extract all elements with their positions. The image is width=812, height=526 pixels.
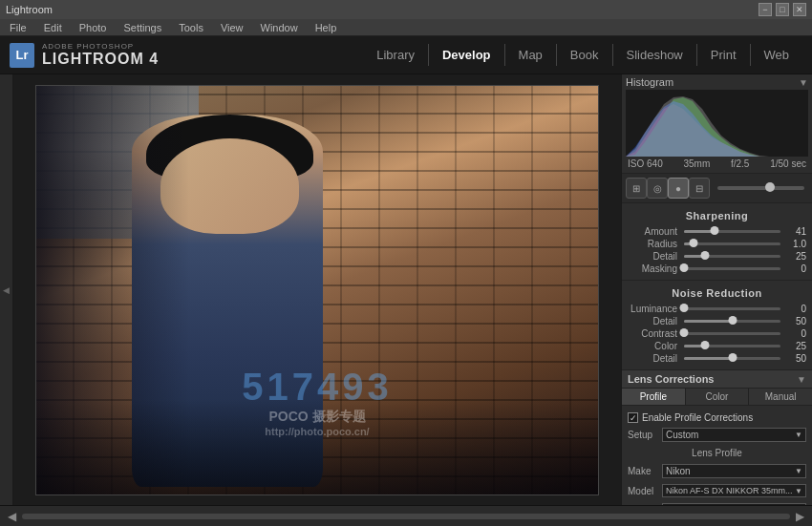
menu-window[interactable]: Window — [257, 22, 302, 33]
profile-dropdown[interactable]: Adobe (Nikon AF-S DX NIKKO... ▼ — [662, 503, 806, 505]
maximize-button[interactable]: □ — [776, 3, 789, 16]
lens-corrections-header: Lens Corrections ▼ — [622, 370, 812, 389]
shutter-value: 1/50 sec — [770, 158, 806, 169]
make-dropdown[interactable]: Nikon ▼ — [662, 464, 806, 478]
menu-file[interactable]: File — [6, 22, 31, 33]
lens-content: ✓ Enable Profile Corrections Setup Custo… — [622, 406, 812, 505]
color-label: Color — [628, 341, 677, 351]
sharpening-masking-row: Masking 0 — [628, 263, 806, 274]
sharpening-amount-row: Amount 41 — [628, 226, 806, 237]
nav-web[interactable]: Web — [750, 44, 803, 66]
app-header: Lr ADOBE PHOTOSHOP LIGHTROOM 4 Library D… — [0, 36, 812, 74]
masking-track[interactable] — [684, 267, 780, 270]
minimize-button[interactable]: − — [759, 3, 772, 16]
lens-corrections-section: Lens Corrections ▼ Profile Color Manual … — [622, 370, 812, 505]
color-detail-row: Detail 50 — [628, 353, 806, 364]
color-value: 25 — [783, 341, 806, 351]
lens-tabs: Profile Color Manual — [622, 389, 812, 406]
close-button[interactable]: ✕ — [793, 3, 806, 16]
nav-print[interactable]: Print — [696, 44, 750, 66]
histogram-chart — [626, 90, 808, 157]
menu-tools[interactable]: Tools — [175, 22, 207, 33]
masking-value: 0 — [783, 263, 806, 274]
histogram-expand[interactable]: ▼ — [799, 77, 808, 88]
color-track[interactable] — [684, 345, 780, 347]
profile-label: Profile — [628, 505, 658, 506]
tool-spot[interactable]: ● — [668, 178, 689, 199]
setup-dropdown-arrow: ▼ — [795, 431, 802, 439]
model-dropdown-arrow: ▼ — [795, 487, 802, 495]
color-detail-label: Detail — [628, 353, 677, 364]
menu-bar: File Edit Photo Settings Tools View Wind… — [0, 19, 812, 36]
right-panel: Histogram ▼ ISO 640 35mm — [621, 74, 812, 505]
lens-tab-profile[interactable]: Profile — [622, 389, 686, 405]
nr-detail-label: Detail — [628, 316, 677, 326]
setup-label: Setup — [628, 430, 658, 440]
nav-library[interactable]: Library — [363, 44, 428, 66]
nav-map[interactable]: Map — [504, 44, 556, 66]
lr-badge: Lr — [10, 43, 34, 68]
menu-edit[interactable]: Edit — [40, 22, 66, 33]
lens-tab-color[interactable]: Color — [686, 389, 750, 405]
detail-value: 25 — [783, 251, 806, 262]
sharpening-section: Sharpening Amount 41 Radius 1.0 Detail — [622, 203, 812, 281]
profile-row: Profile Adobe (Nikon AF-S DX NIKKO... ▼ — [628, 501, 806, 505]
lens-tab-manual[interactable]: Manual — [749, 389, 812, 405]
make-dropdown-arrow: ▼ — [795, 467, 802, 475]
tool-grid[interactable]: ⊞ — [626, 178, 647, 199]
title-bar: Lightroom − □ ✕ — [0, 0, 812, 19]
radius-value: 1.0 — [783, 239, 806, 249]
sharpening-detail-row: Detail 25 — [628, 251, 806, 262]
setup-dropdown[interactable]: Custom ▼ — [662, 428, 806, 442]
menu-help[interactable]: Help — [311, 22, 341, 33]
lens-corrections-label: Lens Corrections — [628, 373, 714, 385]
lens-expand[interactable]: ▼ — [797, 374, 806, 385]
enable-profile-label: Enable Profile Corrections — [642, 412, 753, 423]
lr-logo: Lr ADOBE PHOTOSHOP LIGHTROOM 4 — [10, 42, 159, 68]
filmstrip-right-icon[interactable]: ▶ — [796, 510, 804, 523]
left-panel[interactable]: ◀ — [0, 74, 13, 505]
luminance-value: 0 — [783, 304, 806, 314]
bottom-bar: ◀ ▶ — [0, 505, 812, 526]
filmstrip-left-icon[interactable]: ◀ — [8, 510, 16, 523]
window-controls: − □ ✕ — [759, 3, 806, 16]
tool-redeye[interactable]: ⊟ — [689, 178, 710, 199]
sharpening-header: Sharpening — [628, 207, 806, 224]
luminance-track[interactable] — [684, 307, 780, 310]
radius-track[interactable] — [684, 242, 780, 245]
aperture-value: f/2.5 — [731, 158, 749, 169]
detail-label: Detail — [628, 251, 677, 262]
make-row: Make Nikon ▼ — [628, 462, 806, 480]
enable-profile-checkbox[interactable]: ✓ — [628, 412, 638, 423]
histogram-section: Histogram ▼ ISO 640 35mm — [622, 74, 812, 174]
photo-area: 517493 POCO 摄影专题 http://photo.poco.cn/ — [13, 74, 621, 505]
main-content: ◀ 517493 POCO 摄影专题 http://photo.poco.cn/ — [0, 74, 812, 505]
nav-book[interactable]: Book — [556, 44, 612, 66]
luminance-row: Luminance 0 — [628, 304, 806, 314]
tool-icons-bar: ⊞ ◎ ● ⊟ — [622, 174, 812, 203]
contrast-track[interactable] — [684, 332, 780, 335]
tool-slider[interactable] — [717, 186, 804, 190]
lens-profile-section-label: Lens Profile — [628, 446, 806, 460]
horizontal-scrollbar[interactable] — [22, 514, 790, 519]
menu-photo[interactable]: Photo — [75, 22, 111, 33]
tool-crop[interactable]: ◎ — [647, 178, 668, 199]
detail-track[interactable] — [684, 255, 780, 258]
histogram-header: Histogram ▼ — [626, 76, 808, 88]
contrast-label: Contrast — [628, 328, 677, 339]
nav-slideshow[interactable]: Slideshow — [612, 44, 696, 66]
nav-develop[interactable]: Develop — [428, 44, 504, 66]
setup-row: Setup Custom ▼ — [628, 426, 806, 444]
color-detail-value: 50 — [783, 353, 806, 364]
menu-settings[interactable]: Settings — [119, 22, 165, 33]
contrast-row: Contrast 0 — [628, 328, 806, 339]
color-detail-track[interactable] — [684, 357, 780, 360]
focal-value: 35mm — [683, 158, 710, 169]
nr-detail-track[interactable] — [684, 320, 780, 323]
model-dropdown[interactable]: Nikon AF-S DX NIKKOR 35mm... ▼ — [662, 484, 806, 497]
menu-view[interactable]: View — [217, 22, 247, 33]
amount-track[interactable] — [684, 230, 780, 233]
amount-label: Amount — [628, 226, 677, 237]
top-navigation: Library Develop Map Book Slideshow Print… — [363, 44, 802, 66]
luminance-label: Luminance — [628, 304, 677, 314]
